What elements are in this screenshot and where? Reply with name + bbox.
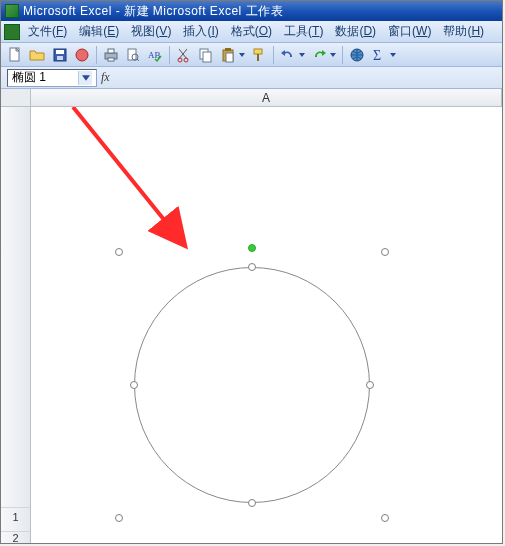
cut-icon <box>176 47 192 63</box>
svg-line-23 <box>73 107 178 237</box>
svg-point-4 <box>76 49 88 61</box>
svg-rect-20 <box>257 54 259 61</box>
fx-label[interactable]: fx <box>101 70 110 85</box>
undo-icon <box>280 47 296 63</box>
resize-handle-sw[interactable] <box>115 514 123 522</box>
resize-handle-e[interactable] <box>366 381 374 389</box>
spellcheck-button[interactable]: AB <box>145 45 165 65</box>
redo-dropdown-icon[interactable] <box>329 45 337 65</box>
toolbar-separator <box>273 46 274 64</box>
menu-insert[interactable]: 插入(I) <box>177 21 224 42</box>
menu-format[interactable]: 格式(O) <box>225 21 278 42</box>
resize-handle-ne[interactable] <box>381 248 389 256</box>
paste-dropdown-icon[interactable] <box>238 45 246 65</box>
undo-button[interactable] <box>278 45 307 65</box>
hyperlink-button[interactable] <box>347 45 367 65</box>
worksheet-canvas[interactable] <box>31 107 502 543</box>
toolbar-separator <box>96 46 97 64</box>
menu-window[interactable]: 窗口(W) <box>382 21 437 42</box>
menu-file[interactable]: 文件(F) <box>22 21 73 42</box>
worksheet-area: 1 2 <box>1 107 502 543</box>
autosum-dropdown-icon[interactable] <box>389 45 397 65</box>
oval-shape[interactable] <box>134 267 370 503</box>
paste-button[interactable] <box>218 45 247 65</box>
row-header-2[interactable]: 2 <box>1 531 30 543</box>
resize-handle-nw[interactable] <box>115 248 123 256</box>
svg-point-13 <box>184 58 188 62</box>
toolbar-separator <box>342 46 343 64</box>
cut-button[interactable] <box>174 45 194 65</box>
row-header-1[interactable]: 1 <box>1 507 30 525</box>
menubar: 文件(F) 编辑(E) 视图(V) 插入(I) 格式(O) 工具(T) 数据(D… <box>1 21 502 43</box>
titlebar: Microsoft Excel - 新建 Microsoft Excel 工作表 <box>1 1 502 21</box>
svg-rect-6 <box>108 49 114 53</box>
formula-bar-row: 椭圆 1 fx <box>1 67 502 89</box>
print-icon <box>103 47 119 63</box>
excel-menu-icon <box>4 24 20 40</box>
menu-data[interactable]: 数据(D) <box>329 21 382 42</box>
permission-button[interactable] <box>72 45 92 65</box>
format-painter-button[interactable] <box>249 45 269 65</box>
column-header-A[interactable]: A <box>31 89 502 106</box>
hyperlink-icon <box>349 47 365 63</box>
paste-icon <box>220 47 236 63</box>
open-button[interactable] <box>27 45 48 65</box>
svg-rect-17 <box>225 48 231 51</box>
svg-line-10 <box>137 59 139 61</box>
app-window: Microsoft Excel - 新建 Microsoft Excel 工作表… <box>0 0 503 544</box>
save-button[interactable] <box>50 45 70 65</box>
svg-rect-19 <box>254 49 262 54</box>
svg-rect-2 <box>56 50 64 54</box>
name-box-value: 椭圆 1 <box>12 69 46 86</box>
select-all-corner[interactable] <box>1 89 31 106</box>
svg-text:Σ: Σ <box>373 48 381 63</box>
row-headers: 1 2 <box>1 107 31 543</box>
svg-rect-3 <box>57 56 63 60</box>
svg-rect-18 <box>226 53 233 62</box>
redo-icon <box>311 47 327 63</box>
save-disk-icon <box>52 47 68 63</box>
name-box[interactable]: 椭圆 1 <box>7 69 97 87</box>
rotation-handle[interactable] <box>248 244 256 252</box>
menu-edit[interactable]: 编辑(E) <box>73 21 125 42</box>
copy-icon <box>198 47 214 63</box>
title-doc-name: 新建 Microsoft Excel 工作表 <box>124 4 283 18</box>
copy-button[interactable] <box>196 45 216 65</box>
excel-app-icon <box>5 4 19 18</box>
svg-point-12 <box>178 58 182 62</box>
standard-toolbar: AB Σ <box>1 43 502 67</box>
title-app-name: Microsoft Excel <box>23 4 112 18</box>
open-folder-icon <box>29 47 45 63</box>
title-separator: - <box>112 4 124 18</box>
format-painter-icon <box>251 47 267 63</box>
new-doc-button[interactable] <box>5 45 25 65</box>
selected-shape-oval[interactable] <box>119 252 385 518</box>
permission-icon <box>74 47 90 63</box>
resize-handle-n[interactable] <box>248 263 256 271</box>
undo-dropdown-icon[interactable] <box>298 45 306 65</box>
svg-rect-7 <box>108 58 114 61</box>
new-doc-icon <box>7 47 23 63</box>
resize-handle-se[interactable] <box>381 514 389 522</box>
svg-rect-15 <box>203 52 211 62</box>
resize-handle-w[interactable] <box>130 381 138 389</box>
menu-help[interactable]: 帮助(H) <box>437 21 490 42</box>
name-box-dropdown-icon[interactable] <box>78 71 92 85</box>
print-preview-icon <box>125 47 141 63</box>
toolbar-separator <box>169 46 170 64</box>
menu-tools[interactable]: 工具(T) <box>278 21 329 42</box>
title-text: Microsoft Excel - 新建 Microsoft Excel 工作表 <box>23 3 283 20</box>
redo-button[interactable] <box>309 45 338 65</box>
print-preview-button[interactable] <box>123 45 143 65</box>
autosum-button[interactable]: Σ <box>369 45 398 65</box>
autosum-icon: Σ <box>371 47 387 63</box>
spellcheck-icon: AB <box>147 47 163 63</box>
resize-handle-s[interactable] <box>248 499 256 507</box>
column-headers: A <box>1 89 502 107</box>
print-button[interactable] <box>101 45 121 65</box>
menu-view[interactable]: 视图(V) <box>125 21 177 42</box>
